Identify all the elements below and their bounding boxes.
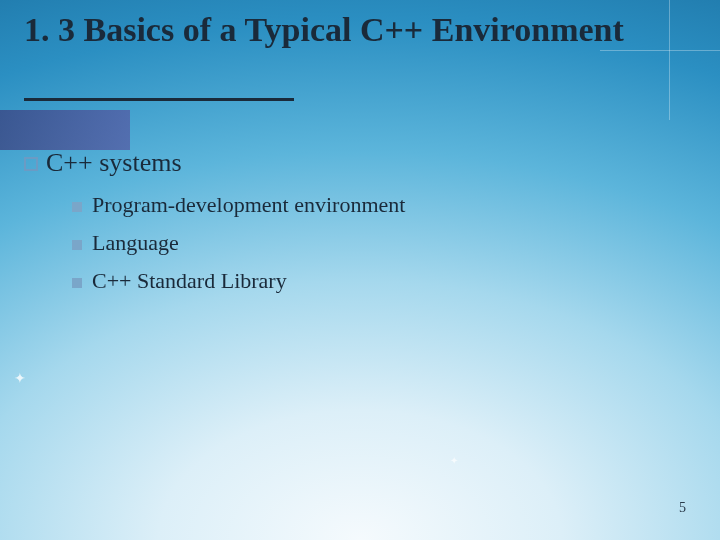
sparkle-icon: ✦ bbox=[450, 455, 458, 466]
sparkle-icon: ✦ bbox=[14, 370, 26, 387]
page-number: 5 bbox=[679, 500, 686, 516]
square-bullet-icon bbox=[72, 202, 82, 212]
bullet-level2: Language bbox=[72, 230, 680, 256]
square-bullet-icon bbox=[72, 278, 82, 288]
bullet-level1-text: C++ systems bbox=[46, 148, 182, 178]
slide-title: 1. 3 Basics of a Typical C++ Environment bbox=[24, 10, 660, 51]
accent-box bbox=[0, 110, 130, 150]
title-underline bbox=[24, 98, 294, 101]
square-bullet-icon bbox=[72, 240, 82, 250]
bullet-level2: Program-development environment bbox=[72, 192, 680, 218]
content-area: C++ systems Program-development environm… bbox=[24, 148, 680, 306]
bullet-level2: C++ Standard Library bbox=[72, 268, 680, 294]
square-bullet-icon bbox=[24, 157, 38, 171]
sub-bullets: Program-development environment Language… bbox=[72, 192, 680, 294]
bullet-level2-text: Program-development environment bbox=[92, 192, 405, 218]
bullet-level1: C++ systems bbox=[24, 148, 680, 178]
slide: 1. 3 Basics of a Typical C++ Environment… bbox=[0, 0, 720, 540]
bullet-level2-text: C++ Standard Library bbox=[92, 268, 287, 294]
bullet-level2-text: Language bbox=[92, 230, 179, 256]
